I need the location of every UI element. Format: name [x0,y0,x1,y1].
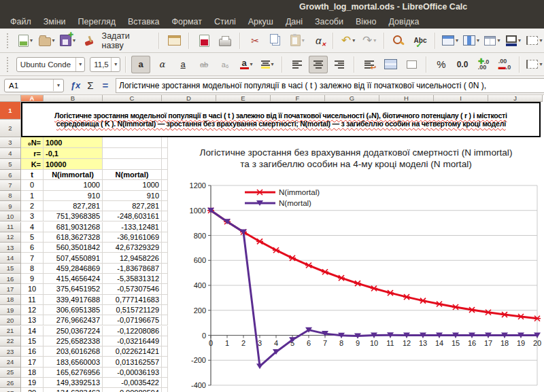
column-header-J[interactable]: J [488,95,543,102]
cell-C21[interactable]: -0,12208086 [103,326,162,336]
column-header-C[interactable]: C [103,95,162,102]
cell-B21[interactable]: 250,0367224 [44,326,103,336]
cell-A26[interactable]: 19 [21,378,44,388]
cell-D18[interactable] [162,295,168,305]
cell-B13[interactable]: 560,3501842 [44,243,103,253]
cell-C15[interactable]: -1,83678687 [103,264,162,274]
row-header-18[interactable]: 18 [0,295,21,305]
cell-B11[interactable]: 681,9031268 [44,222,103,232]
select-all-corner[interactable] [0,95,21,102]
cell-A17[interactable]: 10 [21,284,44,294]
open-button[interactable]: ▾ [37,32,56,50]
cell-B3[interactable]: 1000 [44,137,103,148]
insert-row-button[interactable]: ▾ [441,32,460,50]
column-header-F[interactable]: F [271,95,325,102]
cell-A15[interactable]: 8 [21,264,44,274]
align-right-button[interactable] [330,56,349,73]
row-header-25[interactable]: 25 [0,368,21,378]
print-button[interactable] [216,32,235,50]
cell-B14[interactable]: 507,4550891 [44,253,103,263]
cell-B5[interactable]: 10000 [44,159,103,170]
export-pdf-button[interactable] [194,32,214,50]
column-header-I[interactable]: I [434,95,488,102]
cell-C5[interactable] [103,159,162,170]
row-header-8[interactable]: 8 [0,191,21,201]
row-header-13[interactable]: 13 [0,243,21,253]
cell-C22[interactable]: -0,03216449 [103,336,162,346]
column-header-B[interactable]: B [44,95,103,102]
cell-A14[interactable]: 7 [21,253,44,263]
row-header-3[interactable]: 3 [0,137,21,148]
cell-B12[interactable]: 618,3627328 [44,232,103,243]
row-header-2[interactable]: 2 [0,120,21,137]
spelling-button[interactable]: Abc [411,32,430,50]
cell-D20[interactable] [162,315,168,325]
cell-D5[interactable] [162,159,168,170]
add-decimal-button[interactable]: ✚.0.00 [474,56,493,73]
row-header-5[interactable]: 5 [0,159,21,170]
cell-A8[interactable]: 1 [21,191,44,201]
menu-item-Аркуш[interactable]: Аркуш [242,16,279,28]
row-header-14[interactable]: 14 [0,253,21,263]
cell-A16[interactable]: 9 [21,274,44,284]
cell-D10[interactable] [162,211,168,221]
row-header-1[interactable]: 1 [0,102,21,120]
align-left-button[interactable] [288,56,307,73]
row-header-16[interactable]: 16 [0,274,21,284]
row-header-4[interactable]: 4 [0,148,21,159]
cell-A7[interactable]: 0 [21,180,44,190]
cell-C10[interactable]: -248,603161 [103,211,162,221]
cell-D19[interactable] [162,305,168,315]
cell-A13[interactable]: 6 [21,243,44,253]
row-header-19[interactable]: 19 [0,305,21,315]
row-header-7[interactable]: 7 [0,180,21,190]
cell-D15[interactable] [162,264,168,274]
cell-D22[interactable] [162,336,168,346]
cell-A10[interactable]: 3 [21,211,44,221]
highlight-color-button[interactable]: ▾ [258,56,277,73]
cell-D24[interactable] [162,357,168,367]
cell-D4[interactable] [162,148,168,159]
cell-D21[interactable] [162,326,168,336]
column-header-G[interactable]: G [325,95,379,102]
cell-A24[interactable]: 17 [21,357,44,367]
equals-button[interactable]: = [98,78,113,93]
row-header-12[interactable]: 12 [0,232,21,243]
unmerge-cells-button[interactable] [402,56,421,73]
underline-button[interactable]: a [173,56,192,73]
insert-column-button[interactable]: ▾ [462,32,481,50]
cell-C18[interactable]: 0,777141683 [103,295,162,305]
row-header-26[interactable]: 26 [0,378,21,388]
spreadsheet-grid[interactable]: ABCDEFGHIJ 12345678910111213141516171819… [0,95,544,392]
cell-D23[interactable] [162,346,168,357]
cell-C16[interactable]: -5,35831312 [103,274,162,284]
cell-B8[interactable]: 910 [44,191,103,201]
cell-D14[interactable] [162,253,168,263]
column-header-D[interactable]: D [162,95,216,102]
cell-D27[interactable] [162,388,168,392]
cell-A23[interactable]: 16 [21,346,44,357]
font-name-combo[interactable]: Ubuntu Conde ▾ [16,57,85,72]
borders-button[interactable]: ▾ [525,56,544,73]
cell-B18[interactable]: 339,4917688 [44,295,103,305]
chart-object[interactable]: Логістичне зростання без врахування дода… [168,139,544,392]
row-header-27[interactable]: 27 [0,388,21,392]
cell-C14[interactable]: 12,9458226 [103,253,162,263]
cell-A25[interactable]: 18 [21,368,44,378]
cell-B26[interactable]: 149,3392513 [44,378,103,388]
cell-C13[interactable]: 42,67329329 [103,243,162,253]
cell-C6[interactable]: N(mortal) [103,170,162,180]
menu-item-Дані[interactable]: Дані [279,16,309,28]
find-replace-button[interactable] [390,32,409,50]
borders-button[interactable]: ▾ [525,32,544,50]
cell-D7[interactable] [162,180,168,190]
cell-D12[interactable] [162,232,168,243]
row-header-9[interactable]: 9 [0,201,21,211]
row-header-20[interactable]: 20 [0,315,21,325]
cell-B17[interactable]: 375,6451952 [44,284,103,294]
menu-item-Засоби[interactable]: Засоби [309,16,350,28]
cell-A12[interactable]: 5 [21,232,44,243]
cell-A18[interactable]: 11 [21,295,44,305]
clone-formatting-button[interactable] [80,32,99,50]
cell-C17[interactable]: -0,57307546 [103,284,162,294]
